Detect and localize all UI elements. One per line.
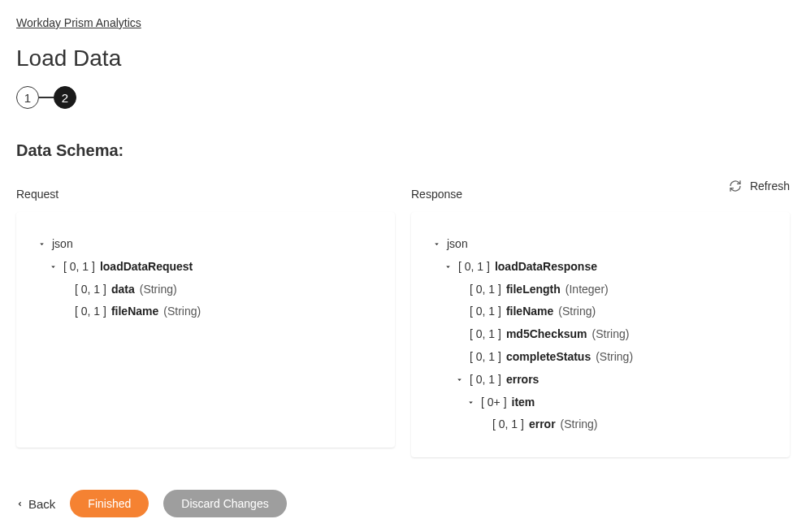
chevron-down-icon[interactable] [36, 239, 47, 250]
request-column-label: Request [16, 188, 395, 201]
breadcrumb-link[interactable]: Workday Prism Analytics [16, 16, 141, 29]
page-title: Load Data [16, 45, 790, 71]
chevron-down-icon[interactable] [431, 239, 442, 250]
tree-node-filename[interactable]: [ 0, 1 ] fileName (String) [36, 301, 375, 323]
request-column: Request json [ 0, 1 ] loadDataRequest [ … [16, 188, 395, 457]
response-column: Response json [ 0, 1 ] loadDataResponse … [411, 188, 790, 457]
tree-node-error[interactable]: [ 0, 1 ] error (String) [431, 413, 770, 436]
tree-label: json [447, 235, 468, 254]
tree-node-loaddataresponse[interactable]: [ 0, 1 ] loadDataResponse [431, 256, 770, 279]
tree-field-type: (Integer) [566, 280, 609, 300]
step-connector [39, 97, 54, 98]
tree-field-name: loadDataResponse [495, 257, 597, 277]
back-button[interactable]: Back [16, 497, 55, 511]
tree-field-name: item [512, 393, 535, 413]
tree-cardinality: [ 0, 1 ] [492, 415, 524, 435]
tree-cardinality: [ 0, 1 ] [75, 302, 106, 322]
tree-node-completestatus[interactable]: [ 0, 1 ] completeStatus (String) [431, 346, 770, 369]
tree-node-filelength[interactable]: [ 0, 1 ] fileLength (Integer) [431, 279, 770, 301]
tree-node-loaddatarequest[interactable]: [ 0, 1 ] loadDataRequest [36, 256, 375, 279]
tree-cardinality: [ 0, 1 ] [470, 370, 501, 390]
tree-field-type: (String) [163, 302, 201, 322]
tree-node-json[interactable]: json [36, 233, 375, 256]
discard-changes-button[interactable]: Discard Changes [163, 490, 286, 517]
tree-cardinality: [ 0, 1 ] [470, 302, 501, 322]
chevron-down-icon[interactable] [465, 396, 476, 408]
tree-field-name: loadDataRequest [100, 257, 193, 277]
chevron-left-icon [16, 500, 24, 508]
tree-field-type: (String) [592, 325, 630, 344]
tree-field-name: data [111, 280, 135, 300]
chevron-down-icon[interactable] [453, 374, 465, 386]
tree-node-md5checksum[interactable]: [ 0, 1 ] md5Checksum (String) [431, 323, 770, 346]
tree-cardinality: [ 0+ ] [481, 393, 507, 413]
tree-node-json[interactable]: json [431, 233, 770, 256]
finished-button[interactable]: Finished [70, 490, 149, 517]
tree-field-name: errors [506, 370, 539, 390]
tree-cardinality: [ 0, 1 ] [470, 348, 501, 367]
tree-cardinality: [ 0, 1 ] [75, 280, 106, 300]
request-schema-card: json [ 0, 1 ] loadDataRequest [ 0, 1 ] d… [16, 212, 395, 448]
back-label: Back [28, 497, 55, 511]
tree-node-data[interactable]: [ 0, 1 ] data (String) [36, 279, 375, 301]
tree-node-item[interactable]: [ 0+ ] item [431, 391, 770, 414]
stepper: 1 2 [16, 86, 790, 109]
tree-field-name: fileName [111, 302, 158, 322]
tree-field-type: (String) [558, 302, 596, 322]
tree-field-name: completeStatus [506, 348, 591, 367]
footer-actions: Back Finished Discard Changes [16, 490, 790, 517]
step-2[interactable]: 2 [54, 86, 76, 109]
response-schema-card: json [ 0, 1 ] loadDataResponse [ 0, 1 ] … [411, 212, 790, 457]
chevron-down-icon[interactable] [47, 262, 58, 273]
section-title: Data Schema: [16, 141, 790, 160]
tree-field-name: fileName [506, 302, 553, 322]
tree-cardinality: [ 0, 1 ] [470, 280, 501, 300]
tree-node-errors[interactable]: [ 0, 1 ] errors [431, 369, 770, 391]
chevron-down-icon[interactable] [442, 262, 453, 273]
tree-field-name: fileLength [506, 280, 561, 300]
tree-label: json [52, 235, 73, 254]
tree-field-name: md5Checksum [506, 325, 587, 344]
tree-cardinality: [ 0, 1 ] [63, 257, 95, 277]
tree-field-type: (String) [140, 280, 177, 300]
tree-field-name: error [529, 415, 556, 435]
tree-field-type: (String) [561, 415, 598, 435]
step-1[interactable]: 1 [16, 86, 39, 109]
tree-field-type: (String) [596, 348, 633, 367]
response-column-label: Response [411, 188, 790, 201]
tree-node-filename[interactable]: [ 0, 1 ] fileName (String) [431, 301, 770, 323]
tree-cardinality: [ 0, 1 ] [470, 325, 501, 344]
tree-cardinality: [ 0, 1 ] [458, 257, 490, 277]
